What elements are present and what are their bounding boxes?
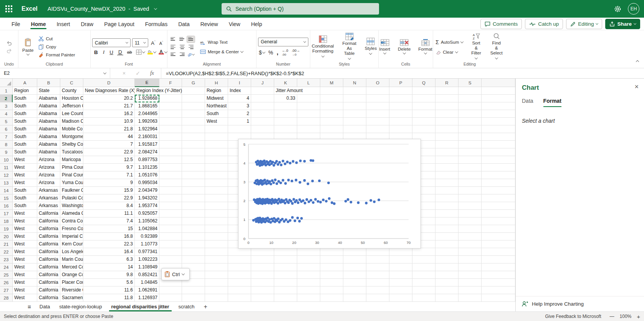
cancel-entry-icon[interactable]: × (123, 70, 126, 76)
cell-K1[interactable]: Jitter Amount (274, 87, 297, 95)
cell-G19[interactable] (182, 225, 205, 233)
cell-A22[interactable]: West (13, 248, 37, 256)
find-select-button[interactable]: Find &Select (488, 33, 505, 61)
cell-C18[interactable]: Contra Cos (60, 217, 83, 225)
cell-Q28[interactable] (412, 294, 435, 301)
cell-H14[interactable] (205, 187, 228, 194)
cell-M6[interactable] (320, 125, 343, 133)
cell-R14[interactable] (435, 187, 459, 194)
align-middle-icon[interactable] (178, 36, 186, 43)
cell-H16[interactable] (205, 202, 228, 210)
cell-J1[interactable] (251, 87, 274, 95)
cell-R27[interactable] (435, 286, 459, 294)
cell-P6[interactable] (389, 125, 412, 133)
cell-Q2[interactable] (412, 95, 435, 102)
underline-button[interactable]: U (108, 49, 114, 55)
cell-R1[interactable] (435, 87, 459, 95)
cell-C23[interactable]: Marin Cou (60, 256, 83, 263)
cell-H27[interactable] (205, 286, 228, 294)
add-sheet-button[interactable]: + (199, 302, 212, 311)
wrap-text-button[interactable]: ab Wrap Text (199, 39, 228, 46)
cell-E17[interactable]: 0.925057 (135, 210, 159, 217)
cell-Q26[interactable] (412, 279, 435, 286)
cell-D1[interactable]: New Diagnoses Rate (X) (83, 87, 135, 95)
column-header-R[interactable]: R (435, 79, 459, 87)
row-header-8[interactable]: 8 (0, 141, 13, 148)
cell-D15[interactable]: 22.9 (83, 194, 135, 202)
cell-B5[interactable]: Alabama (37, 118, 60, 125)
cell-E16[interactable]: 1.953774 (135, 202, 159, 210)
column-header-G[interactable]: G (182, 79, 205, 87)
conditional-formatting-button[interactable]: ConditionalFormatting (310, 35, 336, 59)
zoom-level[interactable]: 100% (620, 314, 632, 319)
cell-B20[interactable]: California (37, 233, 60, 240)
cell-B10[interactable]: Arizona (37, 156, 60, 164)
cell-C25[interactable]: Orange Co (60, 271, 83, 279)
cell-J6[interactable] (251, 125, 274, 133)
cell-P27[interactable] (389, 286, 412, 294)
column-header-D[interactable]: D (83, 79, 135, 87)
cell-J5[interactable] (251, 118, 274, 125)
currency-format-button[interactable]: $ (259, 49, 265, 56)
cell-N23[interactable] (343, 256, 366, 263)
cell-B9[interactable]: Alabama (37, 148, 60, 156)
cell-M24[interactable] (320, 263, 343, 271)
cell-A28[interactable]: West (13, 294, 37, 301)
cell-C27[interactable]: Riverside C (60, 286, 83, 294)
cell-D17[interactable]: 11.1 (83, 210, 135, 217)
cell-Q1[interactable] (412, 87, 435, 95)
cell-G17[interactable] (182, 210, 205, 217)
cell-D14[interactable]: 15.9 (83, 187, 135, 194)
font-name-select[interactable]: Calibri (92, 38, 131, 47)
cell-A12[interactable]: West (13, 171, 37, 179)
cell-B4[interactable]: Alabama (37, 110, 60, 118)
cell-C22[interactable]: Los Angele (60, 248, 83, 256)
cell-F17[interactable] (159, 210, 182, 217)
cell-F20[interactable] (159, 233, 182, 240)
row-header-15[interactable]: 15 (0, 194, 13, 202)
cell-A11[interactable]: West (13, 164, 37, 171)
cell-S9[interactable] (459, 148, 482, 156)
cell-E6[interactable]: 1.922964 (135, 125, 159, 133)
cell-H9[interactable] (205, 148, 228, 156)
ribbon-tab-data[interactable]: Data (173, 18, 195, 29)
column-header-K[interactable]: K (274, 79, 297, 87)
cell-N28[interactable] (343, 294, 366, 301)
cell-O26[interactable] (366, 279, 389, 286)
cell-R9[interactable] (435, 148, 459, 156)
sheet-list-menu-icon[interactable]: ≡ (24, 302, 35, 311)
cell-B24[interactable]: California (37, 263, 60, 271)
copy-button[interactable]: Copy (37, 43, 57, 50)
cell-D5[interactable]: 10.9 (83, 118, 135, 125)
cell-H8[interactable] (205, 141, 228, 148)
cell-H12[interactable] (205, 171, 228, 179)
column-header-Q[interactable]: Q (412, 79, 435, 87)
cell-R18[interactable] (435, 217, 459, 225)
row-header-10[interactable]: 10 (0, 156, 13, 164)
cell-G3[interactable] (182, 102, 205, 110)
insert-function-icon[interactable]: fx (150, 70, 154, 76)
cell-O3[interactable] (366, 102, 389, 110)
cell-R19[interactable] (435, 225, 459, 233)
cell-J3[interactable] (251, 102, 274, 110)
cell-K5[interactable] (274, 118, 297, 125)
cell-I22[interactable] (228, 248, 251, 256)
cell-C14[interactable]: Faulkner C (60, 187, 83, 194)
cell-B11[interactable]: Arizona (37, 164, 60, 171)
cell-H15[interactable] (205, 194, 228, 202)
cell-G16[interactable] (182, 202, 205, 210)
sheet-tab-data[interactable]: Data (35, 302, 55, 311)
row-header-13[interactable]: 13 (0, 179, 13, 187)
clear-button[interactable]: Clear (434, 49, 459, 55)
cell-E3[interactable]: 1.868165 (135, 102, 159, 110)
cell-R22[interactable] (435, 248, 459, 256)
cell-F9[interactable] (159, 148, 182, 156)
cell-D4[interactable]: 16.2 (83, 110, 135, 118)
row-header-9[interactable]: 9 (0, 148, 13, 156)
cell-D25[interactable]: 9.8 (83, 271, 135, 279)
cell-H23[interactable] (205, 256, 228, 263)
cell-E2[interactable]: 1.928668 (135, 95, 159, 102)
cell-A21[interactable]: West (13, 240, 37, 248)
cell-O5[interactable] (366, 118, 389, 125)
cell-G27[interactable] (182, 286, 205, 294)
